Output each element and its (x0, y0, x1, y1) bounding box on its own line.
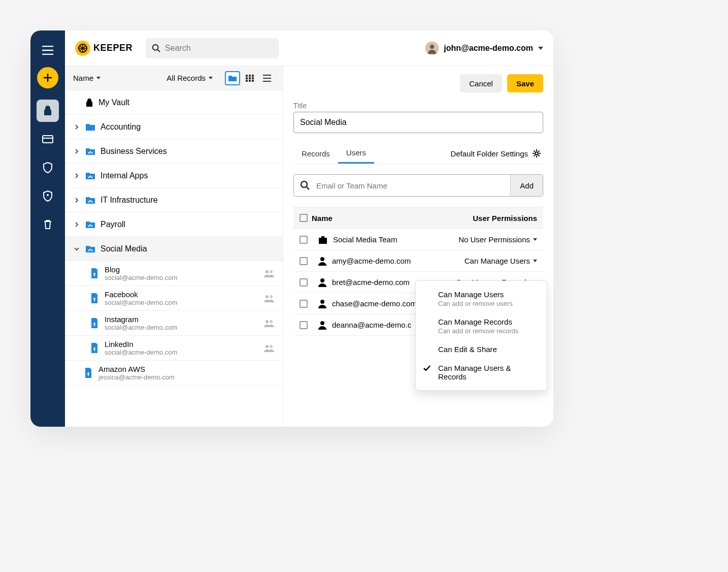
record-item[interactable]: Blogsocial@acme-demo.com (65, 261, 283, 286)
svg-rect-7 (249, 75, 251, 77)
chevron-right-icon (73, 197, 80, 203)
user-icon (318, 257, 327, 266)
record-item[interactable]: LinkedInsocial@acme-demo.com (65, 336, 283, 361)
tab-users[interactable]: Users (338, 143, 374, 164)
search-input[interactable] (165, 44, 273, 53)
save-button[interactable]: Save (507, 74, 543, 92)
team-icon (318, 235, 328, 244)
record-item[interactable]: Instagramsocial@acme-demo.com (65, 311, 283, 336)
permission-selector[interactable]: Can Manage Users (465, 257, 537, 265)
permission-dropdown: Can Manage UsersCan add or remove usersC… (415, 280, 547, 391)
svg-rect-12 (246, 80, 248, 82)
select-all-checkbox[interactable] (300, 214, 308, 222)
folder-tree: My Vault AccountingBusiness ServicesInte… (65, 90, 283, 386)
svg-rect-50 (319, 238, 327, 244)
cancel-button[interactable]: Cancel (460, 74, 502, 92)
sort-button[interactable]: Name (73, 74, 101, 82)
detail-actions: Cancel Save (293, 74, 543, 92)
record-icon (90, 268, 98, 278)
svg-rect-0 (43, 136, 53, 143)
svg-point-44 (266, 345, 269, 348)
list-toolbar: Name All Records (65, 66, 283, 90)
svg-rect-6 (246, 75, 248, 77)
dropdown-option[interactable]: Can Edit & Share (416, 340, 547, 359)
svg-point-53 (320, 278, 324, 282)
check-icon (423, 365, 431, 372)
folder-icon (85, 123, 95, 131)
row-checkbox[interactable] (300, 236, 308, 244)
filter-button[interactable]: All Records (167, 74, 213, 82)
name-column-header: Name (312, 214, 473, 223)
svg-point-37 (270, 295, 273, 298)
folder-item[interactable]: Business Services (65, 139, 283, 164)
shared-icon (263, 269, 275, 277)
shared-folder-icon (85, 245, 95, 253)
svg-rect-47 (88, 374, 89, 376)
vault-root[interactable]: My Vault (65, 90, 283, 115)
chevron-right-icon (73, 173, 80, 179)
record-icon (90, 293, 98, 303)
user-icon (318, 299, 327, 308)
svg-point-52 (320, 257, 324, 261)
nav-watch[interactable] (37, 185, 59, 207)
user-menu[interactable]: john@acme-demo.com (425, 42, 543, 55)
svg-point-40 (266, 320, 269, 323)
chevron-right-icon (73, 221, 80, 228)
dropdown-option[interactable]: Can Manage RecordsCan add or remove reco… (416, 312, 547, 340)
view-toggle (225, 71, 275, 85)
folder-settings-button[interactable]: Default Folder Settings (450, 149, 543, 158)
search-box[interactable] (146, 38, 279, 58)
tabs: Records Users Default Folder Settings (293, 143, 543, 164)
folder-social-media[interactable]: Social Media (65, 237, 283, 261)
dropdown-option[interactable]: Can Manage UsersCan add or remove users (416, 285, 547, 312)
chevron-down-icon (209, 77, 213, 79)
shared-icon (263, 319, 275, 327)
svg-point-1 (47, 194, 49, 196)
title-label: Title (293, 102, 543, 110)
svg-point-48 (535, 152, 538, 155)
list-panel: Name All Records (65, 66, 283, 427)
view-list-button[interactable] (259, 71, 275, 85)
add-user-button[interactable]: Add (510, 175, 543, 196)
nav-trash[interactable] (37, 213, 59, 236)
record-item[interactable]: Facebooksocial@acme-demo.com (65, 286, 283, 311)
nav-vault[interactable] (37, 100, 59, 122)
header: KEEPER john@acme-demo.com (65, 30, 553, 66)
tab-records[interactable]: Records (293, 144, 338, 163)
user-icon (318, 321, 327, 330)
folder-item[interactable]: Payroll (65, 212, 283, 237)
folder-item[interactable]: IT Infrastructure (65, 188, 283, 212)
row-checkbox[interactable] (300, 300, 308, 308)
view-folder-button[interactable] (225, 71, 240, 85)
dropdown-option[interactable]: Can Manage Users & Records (416, 359, 547, 386)
user-search-input[interactable] (316, 175, 510, 196)
chevron-right-icon (73, 148, 80, 154)
shared-folder-icon (85, 147, 95, 155)
svg-rect-13 (249, 80, 251, 82)
svg-rect-9 (246, 77, 248, 79)
svg-point-5 (430, 45, 434, 49)
svg-point-45 (270, 345, 273, 348)
row-checkbox[interactable] (300, 278, 308, 287)
title-input[interactable] (293, 112, 543, 133)
main-content: KEEPER john@acme-demo.com Name (65, 30, 553, 427)
gear-icon (532, 149, 541, 158)
folder-item[interactable]: Internal Apps (65, 164, 283, 188)
chevron-down-icon (533, 260, 537, 262)
nav-security[interactable] (37, 156, 59, 179)
add-button[interactable] (37, 67, 58, 88)
record-item[interactable]: Amazon AWS jessica@acme-demo.com (65, 361, 283, 386)
permission-selector[interactable]: No User Permissions (458, 235, 537, 244)
svg-rect-14 (252, 80, 254, 82)
record-icon (90, 343, 98, 353)
shared-icon (263, 294, 275, 302)
row-checkbox[interactable] (300, 257, 308, 265)
svg-point-49 (301, 181, 307, 187)
nav-cards[interactable] (37, 128, 59, 150)
app-window: KEEPER john@acme-demo.com Name (30, 30, 553, 427)
view-grid-button[interactable] (242, 71, 257, 85)
menu-icon[interactable] (42, 46, 53, 55)
row-checkbox[interactable] (300, 321, 308, 329)
folder-item[interactable]: Accounting (65, 115, 283, 139)
shared-folder-icon (85, 196, 95, 204)
